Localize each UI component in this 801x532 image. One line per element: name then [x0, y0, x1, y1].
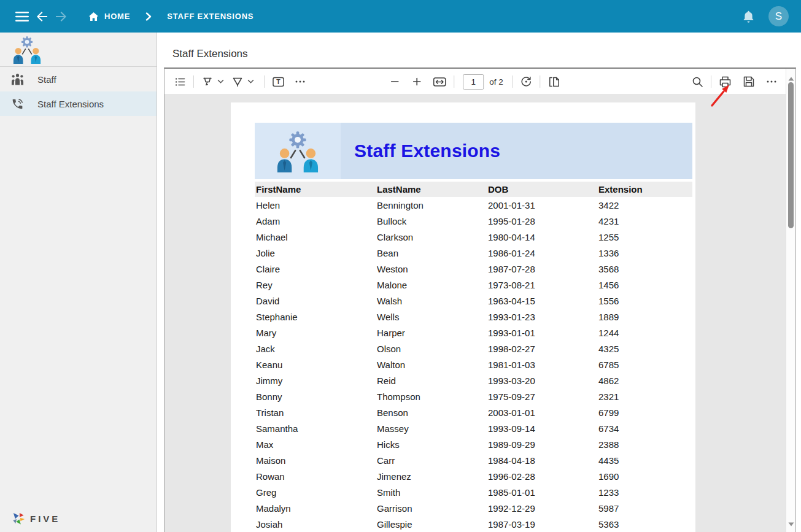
page-number-input[interactable] — [463, 74, 484, 90]
page-view-icon — [548, 76, 560, 88]
five-logo: FIVE — [12, 512, 60, 526]
table-cell: Tristan — [255, 404, 376, 420]
table-cell: 1993-03-20 — [487, 372, 597, 388]
more-options-button[interactable] — [764, 77, 780, 86]
table-cell: 1690 — [597, 468, 692, 484]
outline-button[interactable] — [172, 74, 188, 90]
save-icon — [743, 75, 755, 88]
table-cell: Walsh — [376, 293, 487, 309]
app-logo — [0, 33, 157, 67]
save-button[interactable] — [740, 73, 757, 90]
ellipsis-icon — [295, 80, 306, 83]
main-content: Staff Extensions — [158, 33, 801, 532]
table-cell: Maison — [255, 452, 376, 468]
table-cell: Walton — [376, 357, 487, 372]
table-cell: Bullock — [376, 213, 487, 229]
table-cell: 1255 — [597, 229, 692, 245]
table-cell: Helen — [255, 197, 376, 213]
report-table: FirstNameLastNameDOBExtension HelenBenni… — [255, 182, 692, 532]
table-cell: 1986-01-24 — [487, 245, 597, 261]
minus-icon — [390, 77, 400, 87]
draw-tool-dropdown[interactable] — [216, 77, 225, 87]
table-cell: Clarkson — [376, 229, 487, 245]
sidebar-menu: Staff Staff Extensions — [0, 67, 157, 116]
table-cell: Bonny — [255, 388, 376, 404]
page-view-button[interactable] — [545, 74, 563, 90]
table-cell: Massey — [376, 420, 487, 436]
table-cell: 6799 — [597, 404, 692, 420]
search-button[interactable] — [689, 74, 706, 90]
table-cell: 1556 — [597, 293, 692, 309]
search-icon — [692, 76, 703, 88]
table-cell: Gillespie — [376, 516, 487, 532]
rotate-button[interactable] — [517, 73, 535, 90]
table-cell: 1973-08-21 — [487, 277, 597, 293]
forward-arrow-icon — [54, 9, 69, 24]
table-cell: Keanu — [255, 357, 376, 372]
topbar-right: S — [742, 6, 789, 26]
table-row: ReyMalone1973-08-211456 — [255, 277, 692, 293]
text-select-icon: T — [272, 76, 285, 88]
sidebar-item-staff[interactable]: Staff — [0, 67, 157, 91]
more-tools-button[interactable] — [292, 77, 308, 86]
toolbar-right-group — [689, 73, 780, 90]
staff-group-icon — [11, 73, 24, 85]
menu-button[interactable] — [15, 11, 29, 22]
phone-icon — [11, 98, 24, 110]
table-cell: 1984-04-18 — [487, 452, 597, 468]
ellipsis-icon — [766, 80, 777, 83]
table-row: ClaireWeston1987-07-283568 — [255, 261, 692, 277]
table-row: MaryHarper1993-01-011244 — [255, 325, 692, 341]
highlight-tool-button[interactable] — [229, 73, 246, 90]
table-cell: 1456 — [597, 277, 692, 293]
plus-icon — [412, 77, 422, 87]
table-cell: 1985-01-01 — [487, 484, 597, 500]
zoom-out-button[interactable] — [387, 74, 402, 89]
outline-icon — [174, 76, 186, 88]
five-wordmark: FIVE — [30, 514, 60, 524]
topbar-left: HOME STAFF EXTENSIONS — [15, 9, 253, 24]
fit-width-button[interactable] — [430, 74, 449, 90]
back-button[interactable] — [34, 9, 49, 24]
table-cell: 2003-01-01 — [487, 404, 597, 420]
toolbar-divider — [193, 75, 194, 88]
report-title: Staff Extensions — [354, 141, 500, 161]
table-cell: Smith — [376, 484, 487, 500]
people-with-gear-icon — [11, 35, 43, 64]
breadcrumb-home[interactable]: HOME — [88, 12, 130, 21]
table-cell: Adam — [255, 213, 376, 229]
toolbar-divider — [711, 75, 711, 88]
sidebar-item-staff-extensions[interactable]: Staff Extensions — [0, 91, 157, 116]
table-cell: 1996-02-28 — [487, 468, 597, 484]
scroll-down-arrow[interactable] — [788, 518, 794, 529]
table-cell: Malone — [376, 277, 487, 293]
highlight-tool-dropdown[interactable] — [246, 77, 255, 87]
table-cell: 5363 — [597, 516, 692, 532]
print-button[interactable] — [716, 73, 734, 90]
table-cell: 1981-01-03 — [487, 357, 597, 372]
table-cell: 1995-01-28 — [487, 213, 597, 229]
avatar[interactable]: S — [768, 6, 789, 26]
table-cell: Rey — [255, 277, 376, 293]
scrollbar-thumb[interactable] — [788, 82, 794, 228]
bell-icon — [742, 10, 755, 23]
toolbar-divider — [454, 75, 454, 88]
notifications-button[interactable] — [742, 10, 755, 23]
table-cell: Mary — [255, 325, 376, 341]
table-cell: 3568 — [597, 261, 692, 277]
table-cell: Carr — [376, 452, 487, 468]
chevron-down-icon — [217, 79, 224, 84]
table-cell: 1987-03-19 — [487, 516, 597, 532]
report-page: Staff Extensions FirstNameLastNameDOBExt… — [231, 102, 695, 532]
document-canvas: Staff Extensions FirstNameLastNameDOBExt… — [164, 95, 786, 532]
vertical-scrollbar[interactable] — [786, 69, 795, 532]
draw-tool-button[interactable] — [199, 73, 216, 90]
forward-button[interactable] — [54, 9, 69, 24]
table-cell: 1993-09-14 — [487, 420, 597, 436]
zoom-in-button[interactable] — [409, 74, 424, 89]
chevron-down-icon — [247, 79, 254, 84]
table-cell: 4435 — [597, 452, 692, 468]
text-select-button[interactable]: T — [269, 74, 287, 90]
draw-pen-icon — [201, 75, 214, 88]
table-cell: 1336 — [597, 245, 692, 261]
